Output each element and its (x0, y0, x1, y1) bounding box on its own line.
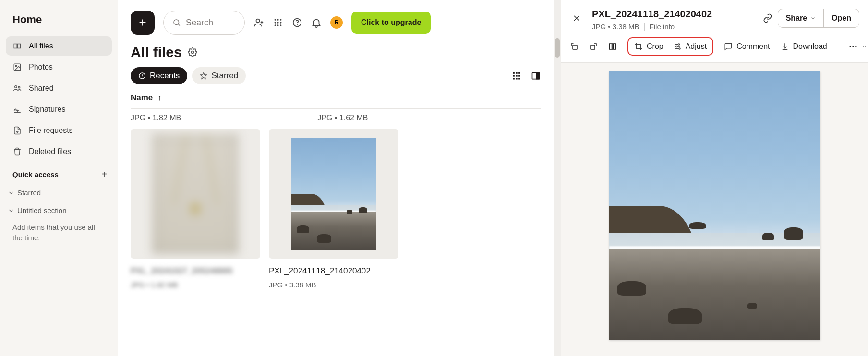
chevron-down-icon (8, 207, 14, 214)
button-label: Open (832, 14, 851, 23)
quick-access-label: Quick access (12, 170, 59, 178)
column-header-name[interactable]: Name ↑ (118, 88, 554, 107)
scrollbar-thumb[interactable] (555, 38, 560, 58)
crop-icon (634, 42, 643, 51)
comment-button[interactable]: Comment (724, 42, 770, 51)
close-button[interactable] (570, 12, 583, 25)
panel-view-icon[interactable] (530, 71, 541, 81)
svg-point-18 (297, 24, 298, 25)
svg-rect-24 (513, 75, 515, 76)
open-button[interactable]: Open (823, 9, 859, 27)
sidebar-item-label: Signatures (29, 105, 66, 114)
download-button[interactable]: Download (781, 42, 827, 51)
file-name: PXL_20241027_205248885 (131, 263, 260, 276)
search-input[interactable]: Search (163, 11, 245, 35)
svg-rect-1 (18, 44, 21, 48)
sort-arrow-up-icon: ↑ (157, 94, 161, 102)
svg-point-3 (15, 65, 17, 67)
file-card[interactable]: PXL_20241027_205248885 JPG • 1.82 MB (131, 129, 260, 289)
section-label: Untitled section (17, 206, 67, 214)
untitled-section[interactable]: Untitled section (6, 202, 112, 218)
chip-starred[interactable]: Starred (192, 67, 246, 84)
search-icon (172, 18, 181, 27)
sidebar-item-deleted[interactable]: Deleted files (6, 142, 112, 161)
sidebar-item-photos[interactable]: Photos (6, 58, 112, 77)
copy-link-icon[interactable] (762, 13, 773, 24)
svg-rect-23 (518, 72, 520, 74)
signature-icon (12, 105, 22, 114)
sidebar-item-label: Photos (29, 63, 53, 71)
preview-header: PXL_20241118_214020402 JPG • 3.38 MB Fil… (561, 0, 868, 36)
svg-rect-33 (591, 45, 595, 49)
help-icon[interactable] (292, 17, 302, 28)
home-link[interactable]: Home (6, 12, 112, 35)
chevron-down-icon (862, 44, 868, 49)
file-thumbnail (131, 129, 260, 259)
chevron-down-icon (810, 15, 816, 21)
sidebar-item-shared[interactable]: Shared (6, 79, 112, 98)
svg-point-37 (676, 46, 677, 47)
file-meta: JPG • 1.82 MB (131, 281, 260, 289)
adjust-button[interactable]: Adjust (673, 42, 707, 51)
grid-view-icon[interactable] (511, 71, 522, 81)
apps-icon[interactable] (273, 17, 283, 28)
button-label: Adjust (686, 42, 707, 51)
create-button[interactable] (131, 11, 155, 35)
sidebar-item-label: Deleted files (29, 147, 71, 156)
chip-label: Recents (150, 71, 180, 81)
page-heading-row: All files (118, 39, 554, 67)
starred-section[interactable]: Starred (6, 185, 112, 201)
column-label: Name (131, 93, 153, 103)
file-card[interactable]: PXL_20241118_214020402 JPG • 3.38 MB (269, 129, 398, 289)
svg-rect-0 (14, 44, 17, 48)
more-menu[interactable] (848, 42, 868, 51)
crop-button[interactable]: Crop (634, 42, 663, 51)
scrollbar[interactable] (554, 0, 561, 356)
svg-rect-32 (573, 45, 577, 49)
prev-row-meta: JPG • 1.82 MB JPG • 1.62 MB (118, 114, 554, 129)
svg-point-12 (277, 22, 278, 23)
preview-title: PXL_20241118_214020402 (592, 9, 754, 20)
svg-rect-31 (536, 72, 540, 79)
chip-recents[interactable]: Recents (131, 67, 187, 84)
svg-rect-28 (516, 78, 517, 79)
preview-panel: PXL_20241118_214020402 JPG • 3.38 MB Fil… (561, 0, 868, 356)
svg-point-4 (15, 86, 17, 88)
sidebar-item-all-files[interactable]: All files (6, 36, 112, 56)
rotate-left-icon[interactable] (570, 40, 579, 53)
plus-icon[interactable]: + (101, 169, 107, 180)
avatar[interactable]: R (330, 16, 343, 29)
gear-icon[interactable] (188, 47, 197, 57)
preview-toolbar: Crop Adjust Comment Download (561, 36, 868, 63)
svg-point-5 (18, 86, 20, 88)
invite-icon[interactable] (253, 17, 264, 28)
page-title: All files (131, 44, 182, 60)
sidebar-item-signatures[interactable]: Signatures (6, 100, 112, 119)
sidebar-item-file-requests[interactable]: File requests (6, 121, 112, 140)
rotate-right-icon[interactable] (589, 40, 598, 53)
preview-viewport (561, 63, 868, 356)
share-open-group: Share Open (778, 9, 859, 28)
bell-icon[interactable] (311, 17, 322, 28)
svg-point-9 (277, 19, 278, 21)
file-info-link[interactable]: File info (650, 23, 675, 31)
sidebar: Home All files Photos Shared Signatures … (0, 0, 118, 356)
svg-point-41 (855, 46, 856, 47)
upgrade-button[interactable]: Click to upgrade (351, 12, 431, 34)
svg-point-39 (849, 46, 851, 47)
quick-access-header: Quick access + (6, 163, 112, 183)
svg-point-15 (277, 24, 278, 26)
svg-point-16 (280, 24, 281, 26)
svg-point-8 (275, 19, 276, 21)
search-placeholder: Search (186, 18, 213, 28)
svg-rect-25 (516, 75, 517, 76)
star-icon (200, 72, 207, 80)
share-button[interactable]: Share (778, 9, 823, 27)
file-thumbnail (269, 129, 398, 259)
flip-icon[interactable] (608, 40, 617, 53)
svg-rect-22 (516, 72, 517, 74)
svg-point-10 (280, 19, 281, 21)
section-label: Starred (17, 189, 41, 197)
clock-icon (138, 72, 146, 80)
separator (644, 23, 645, 31)
